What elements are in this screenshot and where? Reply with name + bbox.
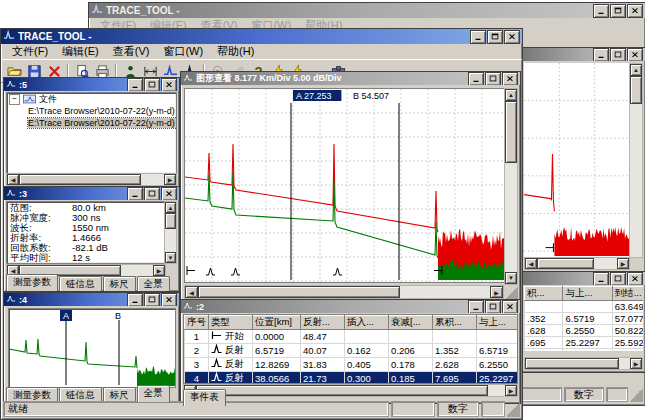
close-icon[interactable] — [627, 48, 643, 61]
trace-green — [9, 339, 137, 368]
event-col-header[interactable]: 累积... — [433, 316, 477, 330]
bg-graph-hscrollbar[interactable]: ◀ ▶ — [524, 257, 630, 270]
maximize-button[interactable] — [144, 293, 160, 306]
tree-expander-icon[interactable]: − — [9, 94, 20, 105]
bg-table-row[interactable]: .6286.255050.8222 — [525, 325, 644, 337]
tab-标尺[interactable]: 标尺 — [103, 387, 136, 402]
minimize-button[interactable] — [593, 48, 609, 61]
event-cell: 0.0000 — [253, 330, 301, 344]
back-title-bar[interactable]: TRACE_TOOL - — [89, 3, 645, 18]
trace-red — [524, 154, 554, 211]
tab-标尺[interactable]: 标尺 — [103, 276, 136, 291]
maximize-button[interactable] — [610, 272, 626, 285]
tab-event-table[interactable]: 事件表 — [183, 389, 226, 406]
minimize-button[interactable] — [468, 72, 484, 85]
front-title-bar[interactable]: TRACE_TOOL - — [1, 29, 522, 44]
menu-w[interactable]: 窗口(W) — [156, 44, 210, 59]
close-icon[interactable] — [504, 30, 520, 44]
bg-table-row[interactable]: 3.10725.5925 — [525, 349, 644, 352]
bg-table-title-bar[interactable] — [522, 272, 645, 285]
maximize-button[interactable] — [144, 187, 160, 200]
maximize-button[interactable] — [485, 300, 501, 313]
maximize-button[interactable] — [144, 78, 160, 91]
bg-graph-title-bar[interactable] — [522, 48, 645, 61]
event-row-4[interactable]: 4 反射38.056621.730.3000.1857.69525.229725… — [185, 372, 519, 385]
file-name: E:\Trace Browser\2010-07-22(y-m-d) 08-40… — [28, 118, 177, 128]
main-otdr-chart[interactable]: A 27.253B 54.507 — [184, 88, 510, 283]
event-row-2[interactable]: 2 反射6.571940.070.1620.2061.3526.571957. — [185, 344, 519, 358]
event-cell: 6.2550 — [477, 358, 519, 372]
overview-window-title-bar[interactable]: :4 — [4, 293, 179, 306]
close-icon[interactable] — [627, 272, 643, 285]
bg-col-header[interactable]: 与上... — [563, 287, 612, 301]
close-icon[interactable] — [502, 300, 518, 313]
tab-链信息[interactable]: 链信息 — [59, 276, 102, 291]
bg-otdr-chart[interactable] — [524, 63, 630, 257]
tab-测量参数[interactable]: 测量参数 — [6, 274, 58, 291]
close-icon[interactable] — [161, 78, 177, 91]
bg-table-row[interactable]: .3526.571957.0773 — [525, 313, 644, 325]
bg-graph-vscrollbar[interactable]: ▲ — [629, 63, 643, 258]
event-col-header[interactable]: 插入... — [345, 316, 389, 330]
tab-全景[interactable]: 全景 — [137, 385, 170, 402]
marker-label: B 54.507 — [353, 91, 389, 101]
menu-f[interactable]: 文件(F) — [5, 44, 55, 59]
event-table[interactable]: 序号类型位置[km]反射...插入...衰减[...累积...与上...到终..… — [184, 315, 518, 384]
bg-cell: .628 — [525, 325, 563, 337]
menu-e[interactable]: 编辑(E) — [55, 44, 106, 59]
bg-col-header[interactable]: 到结... — [612, 287, 643, 301]
bg-event-table[interactable]: 积...与上...到结...63.6492.3526.571957.0773.6… — [524, 286, 643, 351]
file-window-title-bar[interactable]: :5 — [4, 78, 179, 91]
graph-vscrollbar[interactable]: ▲ ▼ — [504, 88, 518, 285]
tab-全景[interactable]: 全景 — [137, 276, 170, 291]
close-icon[interactable] — [161, 293, 177, 306]
event-col-header[interactable]: 衰减[... — [389, 316, 433, 330]
resize-grip[interactable] — [630, 387, 643, 402]
graph-hscrollbar[interactable]: ◀ ▶ — [184, 285, 504, 299]
bg-table-row[interactable]: 63.6492 — [525, 301, 644, 313]
maximize-button[interactable] — [487, 30, 503, 44]
minimize-button[interactable] — [470, 30, 486, 44]
bg-cell: 25.2297 — [563, 337, 612, 349]
tree-root-files[interactable]: −文件 — [7, 93, 176, 105]
params-vscrollbar[interactable]: ▲ ▼ — [164, 201, 177, 264]
event-cell: 12.8269 — [253, 358, 301, 372]
event-table-hscrollbar[interactable]: ◀ ▶ — [183, 384, 518, 397]
graph-window-title-bar[interactable]: 图形查看 8.177 Km/Div 5.00 dB/Div — [181, 72, 520, 85]
maximize-button[interactable] — [485, 72, 501, 85]
close-icon[interactable] — [502, 72, 518, 85]
params-window-title: :3 — [19, 189, 27, 199]
tab-链信息[interactable]: 链信息 — [59, 387, 102, 402]
maximize-button[interactable] — [610, 4, 626, 18]
close-icon[interactable] — [161, 187, 177, 200]
tree-file-item-2[interactable]: E:\Trace Browser\2010-07-22(y-m-d) 08-40… — [7, 117, 176, 129]
params-window-title-bar[interactable]: :3 — [4, 187, 179, 200]
bg-table-row[interactable]: .69525.229725.5925 — [525, 337, 644, 349]
event-window-title-bar[interactable]: :2 — [181, 300, 520, 313]
resize-grip[interactable] — [507, 401, 520, 417]
minimize-button[interactable] — [127, 293, 143, 306]
bg-table-hscrollbar[interactable]: ▶ — [524, 357, 643, 370]
event-col-header[interactable]: 与上... — [477, 316, 519, 330]
tree-file-item-1[interactable]: E:\Trace Browser\2010-07-22(y-m-d) 08-40… — [7, 105, 176, 117]
event-row-3[interactable]: 3 反射12.826931.830.4050.1782.6286.255050. — [185, 358, 519, 372]
event-row-1[interactable]: 1 开始0.000048.4763. — [185, 330, 519, 344]
minimize-button[interactable] — [127, 78, 143, 91]
overview-otdr-chart[interactable]: AB — [8, 308, 176, 388]
file-tree-hscrollbar[interactable]: ◀ ▶ — [6, 173, 177, 186]
minimize-button[interactable] — [593, 272, 609, 285]
event-col-header[interactable]: 类型 — [209, 316, 253, 330]
maximize-button[interactable] — [610, 48, 626, 61]
menu-v[interactable]: 查看(V) — [106, 44, 157, 59]
bg-col-header[interactable]: 积... — [525, 287, 563, 301]
menu-h[interactable]: 帮助(H) — [210, 44, 261, 59]
minimize-button[interactable] — [468, 300, 484, 313]
event-col-header[interactable]: 反射... — [301, 316, 345, 330]
tab-测量参数[interactable]: 测量参数 — [6, 387, 58, 402]
minimize-button[interactable] — [127, 187, 143, 200]
event-col-header[interactable]: 位置[km] — [253, 316, 301, 330]
minimize-button[interactable] — [593, 4, 609, 18]
resize-grip[interactable] — [506, 287, 518, 299]
event-col-header[interactable]: 序号 — [185, 316, 209, 330]
close-icon[interactable] — [627, 4, 643, 18]
